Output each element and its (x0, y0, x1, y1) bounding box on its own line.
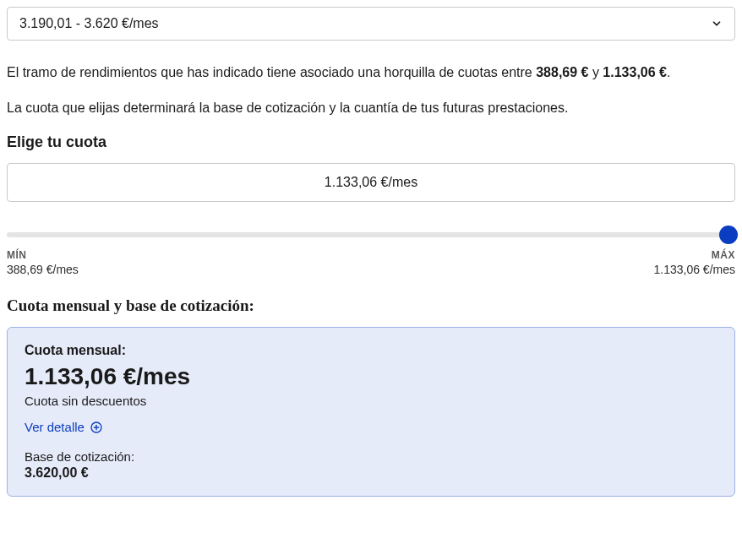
ver-detalle-text: Ver detalle (25, 420, 85, 434)
desc-line1-mid: y (588, 65, 603, 79)
slider-min-value: 388,69 €/mes (7, 263, 79, 276)
slider-max-end: MÁX 1.133,06 €/mes (653, 249, 735, 276)
slider-max-label: MÁX (653, 249, 735, 261)
cuota-mensual-label: Cuota mensual: (25, 343, 717, 358)
results-card: Cuota mensual: 1.133,06 €/mes Cuota sin … (7, 327, 735, 497)
cuota-note: Cuota sin descuentos (25, 394, 717, 408)
choose-cuota-label: Elige tu cuota (7, 133, 735, 151)
desc-max-bold: 1.133,06 € (603, 65, 667, 79)
desc-min-bold: 388,69 € (536, 65, 588, 79)
cuota-mensual-value: 1.133,06 €/mes (25, 363, 717, 390)
cuota-value-text: 1.133,06 €/mes (325, 175, 417, 189)
slider-min-label: MÍN (7, 249, 79, 261)
slider-max-value: 1.133,06 €/mes (653, 263, 735, 276)
desc-line1-pre: El tramo de rendimientos que has indicad… (7, 65, 536, 79)
plus-circle-icon (90, 421, 103, 434)
slider-track (7, 232, 735, 237)
slider-thumb[interactable] (719, 226, 738, 244)
base-cotizacion-label: Base de cotización: (25, 449, 717, 464)
ver-detalle-link[interactable]: Ver detalle (25, 420, 103, 434)
chevron-down-icon (711, 18, 723, 30)
cuota-value-input[interactable]: 1.133,06 €/mes (7, 163, 735, 202)
cuota-slider[interactable]: MÍN 388,69 €/mes MÁX 1.133,06 €/mes (7, 232, 735, 276)
income-range-select[interactable]: 3.190,01 - 3.620 €/mes (7, 7, 735, 41)
desc-line1-end: . (667, 65, 670, 79)
results-title: Cuota mensual y base de cotización: (7, 296, 735, 315)
slider-min-end: MÍN 388,69 €/mes (7, 249, 79, 276)
income-range-value: 3.190,01 - 3.620 €/mes (19, 16, 159, 31)
base-cotizacion-value: 3.620,00 € (25, 465, 717, 481)
description-text: El tramo de rendimientos que has indicad… (7, 63, 735, 118)
desc-line2: La cuota que elijas determinará la base … (7, 98, 735, 118)
